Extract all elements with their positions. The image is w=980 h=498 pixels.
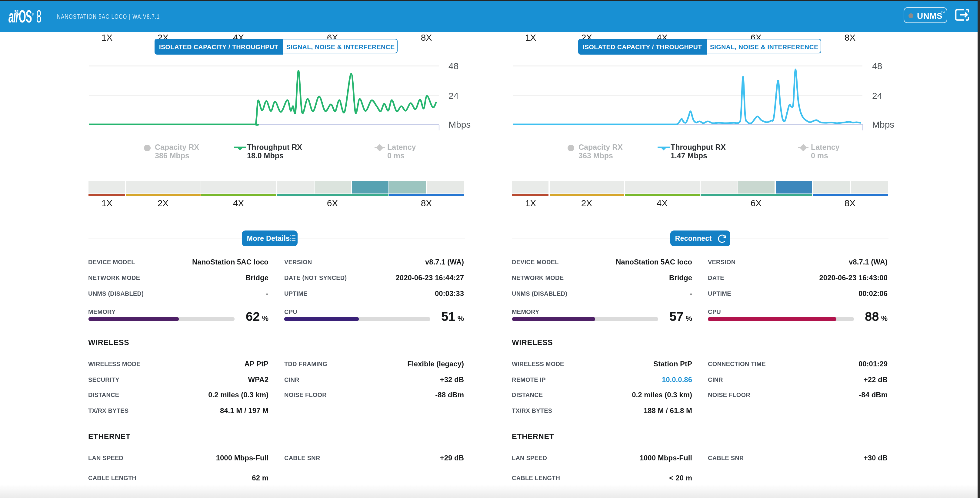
svg-text:24: 24: [448, 91, 458, 101]
svg-text:48: 48: [448, 61, 458, 71]
svg-text:48: 48: [872, 61, 882, 71]
svg-text:Mbps: Mbps: [872, 120, 894, 129]
svg-text:Mbps: Mbps: [448, 120, 470, 129]
svg-text:24: 24: [872, 91, 882, 101]
